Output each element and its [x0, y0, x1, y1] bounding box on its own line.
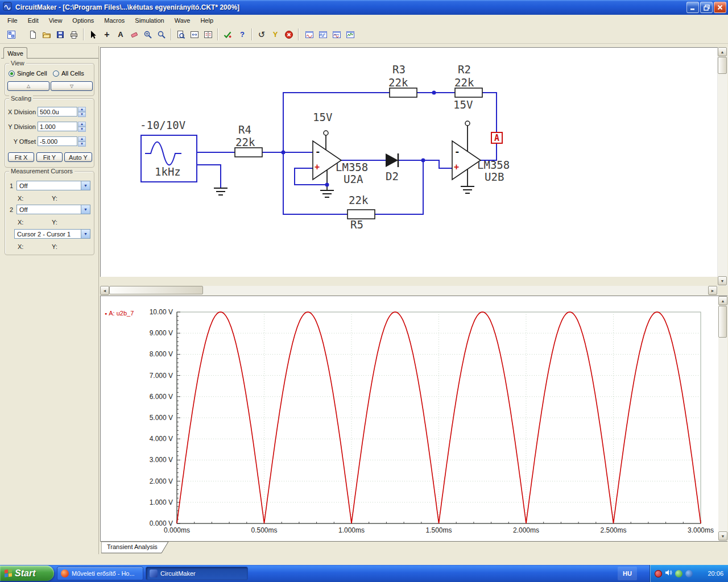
menu-item-wave[interactable]: Wave: [169, 16, 196, 25]
circuit-schematic[interactable]: [100, 47, 718, 277]
add-part-icon[interactable]: +: [100, 27, 114, 41]
spinner-down-icon[interactable]: ▼: [78, 127, 86, 132]
u2b-part-label: LM358: [477, 159, 510, 171]
workspace-icon[interactable]: [5, 27, 18, 41]
menu-item-file[interactable]: File: [2, 16, 23, 25]
resistor-r5[interactable]: [348, 210, 375, 219]
text-tool-icon[interactable]: A: [114, 27, 127, 41]
zoom-select-icon[interactable]: [141, 27, 155, 41]
single-cell-radio[interactable]: Single Cell: [9, 70, 47, 77]
zoom-icon[interactable]: [155, 27, 168, 41]
taskbar-task-circuitmaker[interactable]: CircuitMaker: [146, 567, 248, 580]
tray-icon-green[interactable]: [675, 570, 682, 577]
help-icon[interactable]: ?: [235, 27, 249, 41]
y-division-input[interactable]: 1.000: [38, 122, 77, 131]
restore-button[interactable]: [700, 2, 713, 13]
combo-arrow-icon[interactable]: ▼: [81, 181, 90, 190]
waveform-window-icon[interactable]: [303, 27, 316, 41]
resistor-r4[interactable]: [235, 148, 262, 157]
auto-y-button[interactable]: Auto Y: [64, 152, 92, 162]
analog-waveform-icon[interactable]: [330, 27, 344, 41]
waveform-plot[interactable]: 10.00 V9.000 V8.000 V7.000 V6.000 V5.000…: [100, 296, 727, 542]
probe-a-marker[interactable]: A: [491, 132, 503, 144]
cursor1-select[interactable]: Off ▼: [16, 181, 90, 190]
menu-item-macros[interactable]: Macros: [99, 16, 130, 25]
fit-y-button[interactable]: Fit Y: [36, 152, 63, 162]
new-document-icon[interactable]: [26, 27, 40, 41]
combo-arrow-icon[interactable]: ▼: [81, 205, 90, 214]
tray-icon-blue[interactable]: [685, 570, 693, 577]
trace-bullet-icon: ●: [105, 311, 107, 315]
y-offset-input[interactable]: -5.000: [38, 136, 77, 146]
spinner-up-icon[interactable]: ▲: [78, 122, 86, 127]
previous-cell-button[interactable]: △: [7, 81, 49, 91]
x-division-spinner[interactable]: ▲ ▼: [78, 107, 86, 117]
scroll-left-icon[interactable]: ◄: [100, 286, 109, 295]
eraser-icon[interactable]: [127, 27, 141, 41]
cursor2-select[interactable]: Off ▼: [16, 205, 90, 214]
spinner-up-icon[interactable]: ▲: [78, 107, 86, 112]
taskbar: Start Műveleti erősítő - Ho... CircuitMa…: [0, 565, 728, 582]
cursor-diff-select[interactable]: Cursor 2 - Cursor 1 ▼: [14, 229, 90, 239]
split-view-icon[interactable]: [201, 27, 215, 41]
menu-item-view[interactable]: View: [44, 16, 68, 25]
stop-simulation-icon[interactable]: [282, 27, 296, 41]
y-offset-spinner[interactable]: ▲ ▼: [78, 136, 86, 146]
scroll-down-icon[interactable]: ▼: [718, 531, 727, 541]
vertical-scroll-thumb[interactable]: [718, 57, 727, 74]
menu-item-options[interactable]: Options: [67, 16, 99, 25]
taskbar-task-browser[interactable]: Műveleti erősítő - Ho...: [57, 567, 143, 580]
reset-icon[interactable]: ↺: [255, 27, 268, 41]
horizontal-scroll-thumb[interactable]: [109, 286, 203, 294]
waveform-scroll-thumb[interactable]: [718, 306, 727, 338]
circuit-vertical-scrollbar[interactable]: ▲ ▼: [718, 47, 727, 286]
circuit-horizontal-scrollbar[interactable]: ◄ ►: [100, 286, 718, 295]
close-button[interactable]: [714, 2, 726, 13]
menu-item-simulation[interactable]: Simulation: [130, 16, 169, 25]
save-icon[interactable]: [53, 27, 67, 41]
cursor-diff-y-label: Y:: [52, 243, 57, 250]
language-indicator[interactable]: HU: [618, 567, 637, 580]
combo-arrow-icon[interactable]: ▼: [81, 230, 90, 238]
volume-tray-icon[interactable]: [665, 568, 672, 579]
mixed-waveform-icon[interactable]: [344, 27, 357, 41]
transient-analysis-tab-label[interactable]: Transient Analysis: [107, 543, 158, 550]
menu-item-edit[interactable]: Edit: [23, 16, 44, 25]
next-cell-button[interactable]: ▽: [51, 81, 93, 91]
wave-tab[interactable]: Wave: [3, 47, 27, 59]
y-division-spinner[interactable]: ▲ ▼: [78, 122, 86, 131]
scroll-up-icon[interactable]: ▲: [718, 47, 727, 56]
fit-view-icon[interactable]: [188, 27, 201, 41]
spinner-up-icon[interactable]: ▲: [78, 136, 86, 142]
probe-wye-icon[interactable]: Y: [268, 27, 282, 41]
scroll-up-icon[interactable]: ▲: [718, 296, 727, 305]
diode-d2[interactable]: [386, 153, 398, 167]
zoom-page-icon[interactable]: [174, 27, 188, 41]
scroll-down-icon[interactable]: ▼: [718, 276, 727, 285]
resistor-r2[interactable]: [455, 88, 482, 97]
simulation-check-icon[interactable]: [221, 27, 234, 41]
all-cells-radio[interactable]: All Cells: [53, 70, 84, 77]
waveform-vertical-scrollbar[interactable]: ▲ ▼: [718, 296, 727, 541]
minimize-button[interactable]: [686, 2, 699, 13]
title-bar[interactable]: CircuitMaker - [C:\Program Files\...\két…: [0, 0, 728, 15]
print-icon[interactable]: [67, 27, 81, 41]
y-axis-tick-label: 7.000 V: [150, 372, 173, 380]
security-alert-tray-icon[interactable]: [655, 570, 662, 577]
cursor1-y-label: Y:: [52, 195, 57, 202]
supply-terminal-u2a[interactable]: [324, 131, 328, 135]
scroll-right-icon[interactable]: ►: [708, 286, 717, 295]
menu-item-help[interactable]: Help: [195, 16, 218, 25]
fit-x-button[interactable]: Fit X: [8, 152, 34, 162]
spinner-down-icon[interactable]: ▼: [78, 112, 86, 117]
waveform-view[interactable]: 10.00 V9.000 V8.000 V7.000 V6.000 V5.000…: [100, 296, 727, 541]
resistor-r3[interactable]: [390, 88, 417, 97]
open-folder-icon[interactable]: [40, 27, 53, 41]
digital-waveform-icon[interactable]: [316, 27, 330, 41]
supply-terminal-u2b[interactable]: [465, 121, 470, 126]
start-button[interactable]: Start: [0, 566, 54, 581]
select-arrow-icon[interactable]: [86, 27, 100, 41]
spinner-down-icon[interactable]: ▼: [78, 142, 86, 147]
x-division-input[interactable]: 500.0u: [38, 107, 77, 117]
schematic-view[interactable]: -10/10V 1kHz R4 22k 15V R3 22k R2 22k 15…: [100, 47, 718, 277]
